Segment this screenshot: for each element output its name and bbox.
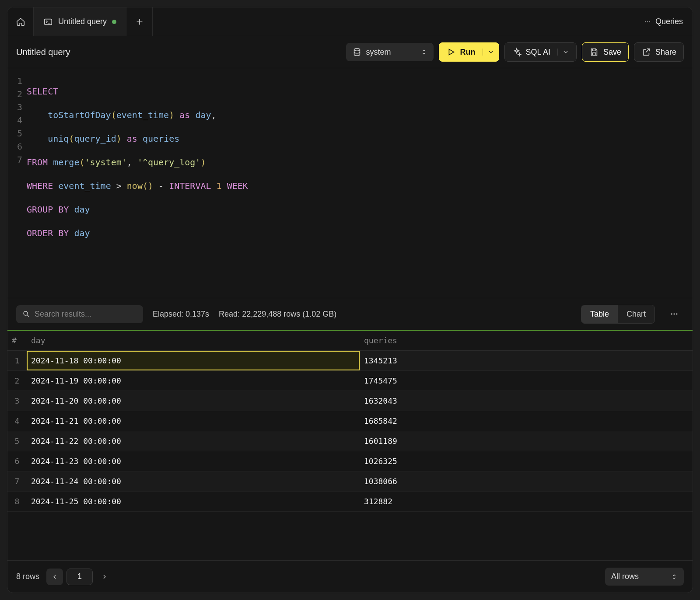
cell-queries[interactable]: 1685842	[360, 411, 693, 431]
cell-queries[interactable]: 1038066	[360, 471, 693, 491]
svg-point-5	[24, 311, 28, 315]
read-stat: Read: 22,229,488 rows (1.02 GB)	[219, 310, 336, 319]
results-bar: Search results... Elapsed: 0.137s Read: …	[7, 298, 693, 331]
cell-queries[interactable]: 1601189	[360, 431, 693, 451]
row-index: 7	[7, 471, 27, 491]
sql-ai-label: SQL AI	[526, 48, 550, 57]
sql-ai-button[interactable]: SQL AI	[504, 42, 577, 62]
share-icon	[641, 47, 651, 57]
cell-queries[interactable]: 312882	[360, 492, 693, 511]
cell-day[interactable]: 2024-11-19 00:00:00	[27, 371, 360, 391]
svg-point-7	[673, 313, 675, 314]
table-row[interactable]: 52024-11-22 00:00:001601189	[7, 431, 693, 451]
chevron-right-icon	[101, 573, 108, 580]
run-button-label: Run	[460, 48, 476, 57]
table-row[interactable]: 12024-11-18 00:00:001345213	[7, 351, 693, 371]
view-table-tab[interactable]: Table	[581, 305, 618, 323]
share-button[interactable]: Share	[634, 42, 684, 62]
col-day[interactable]: day	[27, 331, 360, 350]
table-row[interactable]: 22024-11-19 00:00:001745475	[7, 371, 693, 391]
footer: 8 rows 1 All rows	[7, 560, 693, 593]
table-row[interactable]: 62024-11-23 00:00:001026325	[7, 451, 693, 471]
row-index: 8	[7, 492, 27, 511]
prev-page-button	[46, 569, 63, 585]
search-results-input[interactable]: Search results...	[16, 305, 143, 323]
cell-queries[interactable]: 1745475	[360, 371, 693, 391]
row-count: 8 rows	[16, 572, 39, 581]
svg-point-3	[649, 21, 650, 22]
svg-point-6	[671, 313, 672, 314]
cell-day[interactable]: 2024-11-23 00:00:00	[27, 451, 360, 471]
editor-code[interactable]: SELECT toStartOfDay(event_time) as day, …	[27, 68, 248, 298]
cell-day[interactable]: 2024-11-22 00:00:00	[27, 431, 360, 451]
sparkle-icon	[512, 47, 522, 57]
query-tab-icon	[43, 17, 53, 27]
search-placeholder: Search results...	[35, 310, 91, 319]
save-button[interactable]: Save	[582, 42, 629, 62]
queries-link[interactable]: Queries	[634, 7, 693, 36]
col-queries[interactable]: queries	[360, 331, 693, 350]
queries-link-label: Queries	[655, 17, 683, 26]
row-index: 2	[7, 371, 27, 391]
row-index: 4	[7, 411, 27, 431]
database-selector[interactable]: system	[346, 43, 434, 61]
ellipsis-icon	[670, 310, 679, 318]
editor-gutter: 1234567	[7, 68, 27, 298]
table-row[interactable]: 32024-11-20 00:00:001632043	[7, 391, 693, 411]
row-index: 1	[7, 351, 27, 370]
home-icon	[16, 17, 25, 27]
database-selector-value: system	[366, 48, 391, 57]
table-row[interactable]: 72024-11-24 00:00:001038066	[7, 471, 693, 492]
play-icon	[446, 47, 456, 57]
run-dropdown[interactable]	[483, 49, 494, 56]
cell-day[interactable]: 2024-11-21 00:00:00	[27, 411, 360, 431]
toolbar: Untitled query system Run SQL AI	[7, 36, 693, 68]
search-icon	[22, 310, 30, 318]
svg-point-1	[645, 21, 646, 22]
chevron-down-icon	[562, 49, 569, 56]
database-icon	[352, 47, 362, 57]
pager: 1	[46, 569, 113, 585]
table-row[interactable]: 82024-11-25 00:00:00312882	[7, 492, 693, 512]
cell-day[interactable]: 2024-11-24 00:00:00	[27, 471, 360, 491]
tab-untitled-query[interactable]: Untitled query	[34, 7, 126, 36]
tab-bar: Untitled query Queries	[7, 7, 693, 36]
svg-rect-0	[45, 19, 52, 24]
save-button-label: Save	[603, 48, 621, 57]
rows-per-page-selector[interactable]: All rows	[605, 568, 684, 586]
query-title[interactable]: Untitled query	[16, 47, 341, 57]
page-input[interactable]: 1	[66, 569, 93, 585]
col-index[interactable]: #	[7, 331, 27, 350]
save-icon	[589, 47, 599, 57]
cell-queries[interactable]: 1026325	[360, 451, 693, 471]
table-header: # day queries	[7, 331, 693, 351]
chevron-down-icon	[487, 49, 494, 56]
view-chart-tab[interactable]: Chart	[618, 305, 654, 323]
cell-day[interactable]: 2024-11-25 00:00:00	[27, 492, 360, 511]
ellipsis-icon	[644, 18, 651, 25]
chevron-left-icon	[51, 573, 58, 580]
cell-queries[interactable]: 1632043	[360, 391, 693, 411]
new-tab-button[interactable]	[126, 7, 153, 36]
chevrons-up-down-icon	[420, 49, 427, 56]
home-button[interactable]	[7, 7, 34, 36]
rows-per-page-value: All rows	[611, 572, 639, 581]
row-index: 5	[7, 431, 27, 451]
sql-editor[interactable]: 1234567 SELECT toStartOfDay(event_time) …	[7, 68, 693, 298]
row-index: 6	[7, 451, 27, 471]
table-row[interactable]: 42024-11-21 00:00:001685842	[7, 411, 693, 431]
next-page-button[interactable]	[96, 569, 113, 585]
tab-label: Untitled query	[58, 17, 107, 26]
elapsed-stat: Elapsed: 0.137s	[153, 310, 209, 319]
svg-point-8	[676, 313, 677, 314]
row-index: 3	[7, 391, 27, 411]
svg-point-4	[354, 49, 360, 51]
cell-queries[interactable]: 1345213	[360, 351, 693, 370]
results-table: # day queries 12024-11-18 00:00:00134521…	[7, 331, 693, 560]
run-button[interactable]: Run	[439, 42, 499, 62]
cell-day[interactable]: 2024-11-20 00:00:00	[27, 391, 360, 411]
unsaved-dot-icon	[112, 20, 116, 24]
results-more-button[interactable]	[665, 304, 684, 324]
cell-day[interactable]: 2024-11-18 00:00:00	[27, 351, 360, 370]
sql-ai-dropdown[interactable]	[557, 49, 569, 56]
